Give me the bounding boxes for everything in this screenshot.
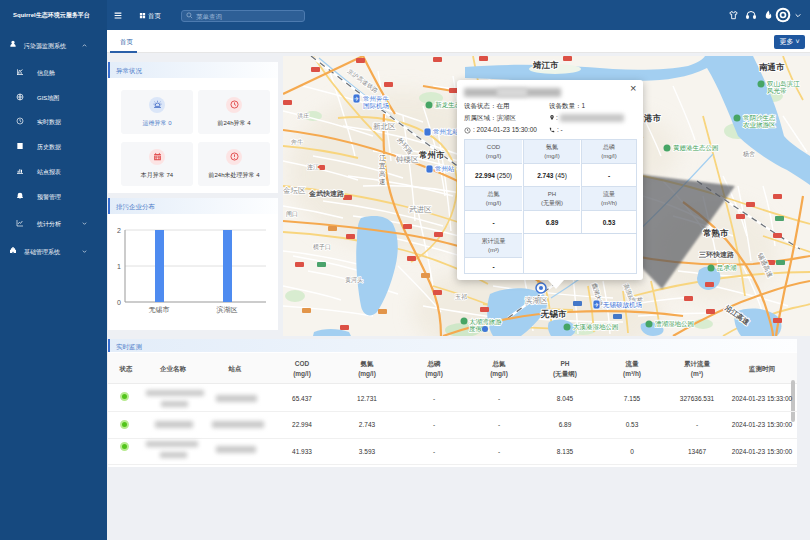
svg-text:大溪港湿地公园: 大溪港湿地公园 — [573, 323, 619, 331]
svg-text:常州站: 常州站 — [435, 165, 455, 173]
svg-text:常州奔牛: 常州奔牛 — [363, 95, 390, 102]
svg-text:玉祁: 玉祁 — [455, 293, 467, 300]
svg-text:黄翅港生态公园: 黄翅港生态公园 — [673, 144, 719, 152]
svg-text:南通市: 南通市 — [759, 62, 785, 72]
svg-text:武进区: 武进区 — [409, 205, 432, 214]
svg-text:✈: ✈ — [594, 302, 599, 308]
svg-text:连江: 连江 — [307, 164, 319, 171]
svg-text:滨湖区: 滨湖区 — [525, 296, 548, 305]
svg-text:昆承湖: 昆承湖 — [717, 264, 737, 272]
svg-text:新北区: 新北区 — [373, 122, 396, 131]
svg-text:常州北站: 常州北站 — [433, 128, 460, 136]
svg-text:江: 江 — [379, 154, 386, 162]
svg-text:✈: ✈ — [354, 96, 359, 102]
svg-text:农业旅游区: 农业旅游区 — [742, 121, 776, 129]
svg-text:金坛区: 金坛区 — [283, 186, 306, 195]
svg-text:横子口: 横子口 — [313, 243, 331, 251]
svg-text:常州市: 常州市 — [419, 150, 445, 160]
svg-text:杨舍: 杨舍 — [742, 151, 755, 158]
svg-text:洪庄: 洪庄 — [297, 112, 309, 119]
svg-text:2: 2 — [117, 227, 121, 234]
svg-text:速: 速 — [379, 178, 386, 185]
svg-text:国际机场: 国际机场 — [363, 102, 389, 110]
svg-text:滨湖区: 滨湖区 — [217, 305, 238, 314]
svg-text:奔牛: 奔牛 — [291, 139, 303, 145]
svg-text:漕湖湿地公园: 漕湖湿地公园 — [655, 320, 694, 328]
svg-text:无锡市: 无锡市 — [540, 309, 567, 319]
svg-text:高: 高 — [379, 170, 386, 177]
svg-text:1: 1 — [117, 263, 121, 270]
svg-text:闸口: 闸口 — [286, 211, 298, 218]
svg-text:黄河头: 黄河头 — [345, 277, 363, 283]
svg-text:港市: 港市 — [643, 113, 662, 123]
svg-text:常熟市: 常熟市 — [703, 228, 729, 238]
svg-text:0: 0 — [117, 299, 121, 306]
svg-text:宜: 宜 — [379, 162, 386, 169]
svg-text:风光带: 风光带 — [767, 87, 787, 95]
svg-text:金武快速路: 金武快速路 — [308, 190, 345, 198]
svg-text:靖江市: 靖江市 — [532, 60, 559, 70]
svg-text:钟楼区: 钟楼区 — [395, 155, 419, 164]
svg-text:无锡硕放机场: 无锡硕放机场 — [603, 301, 642, 309]
svg-text:三环快速路: 三环快速路 — [699, 251, 735, 259]
svg-text:无锡市: 无锡市 — [149, 305, 170, 314]
